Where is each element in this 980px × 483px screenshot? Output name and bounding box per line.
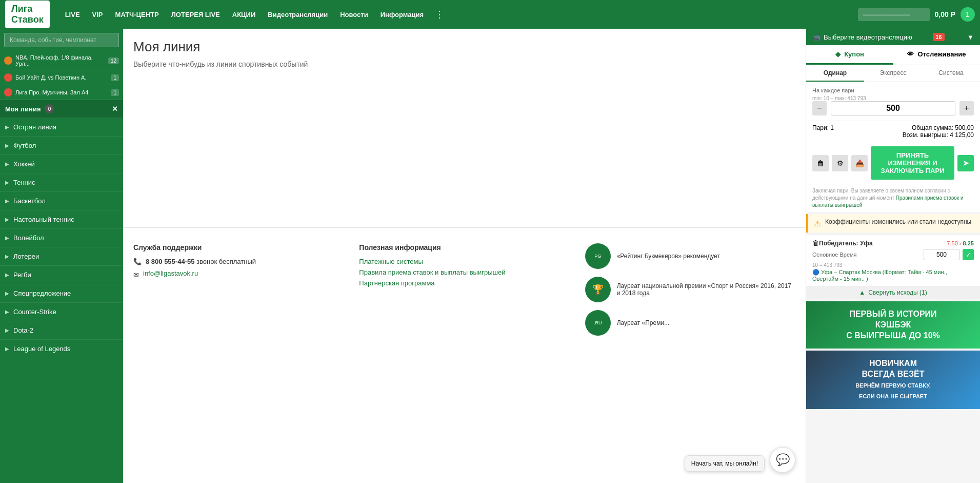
page-title: Моя линия xyxy=(133,39,795,55)
amount-input[interactable] xyxy=(831,101,955,115)
my-line-close-icon[interactable]: ✕ xyxy=(112,105,118,113)
page-subtitle: Выберите что-нибудь из линии спортивных … xyxy=(133,60,795,68)
bet-actions: 🗑 ⚙ 📤 ПРИНЯТЬ ИЗМЕНЕНИЯ И ЗАКЛЮЧИТЬ ПАРИ… xyxy=(806,142,980,184)
award-text-pg: «Рейтинг Букмекеров» рекомендует xyxy=(617,253,720,260)
boxing-icon xyxy=(4,73,12,82)
promo-banner-newcomer[interactable]: НОВИЧКАМВСЕГДА ВЕЗЁТВЕРНЁМ ПЕРВУЮ СТАВКУ… xyxy=(806,351,980,409)
winnings-row: Возм. выигрыш: 4 125,00 xyxy=(903,131,974,139)
bet-type-tabs: Одинар Экспресс Система xyxy=(806,65,980,82)
category-label: Хоккей xyxy=(13,160,35,168)
amount-min-max: min: 10 – max: 413 793 xyxy=(812,95,974,101)
nav-lottery-live[interactable]: ЛОТЕРЕЯ LIVE xyxy=(166,8,225,22)
tab-tracking[interactable]: 👁 Отслеживание xyxy=(893,45,981,65)
sidebar-item-tennis[interactable]: ▶ Теннис xyxy=(0,173,123,192)
event-count: 1 xyxy=(111,74,119,81)
nav-info[interactable]: Информация xyxy=(375,8,429,22)
category-label: Спецпредложение xyxy=(13,289,71,297)
event-count: 1 xyxy=(111,89,119,96)
nav-streams[interactable]: Видеотрансляции xyxy=(263,8,333,22)
sidebar-item-table-tennis[interactable]: ▶ Настольный теннис xyxy=(0,210,123,229)
footer-phone: 8 800 555-44-55 звонок бесплатный xyxy=(146,258,256,265)
tab-coupon[interactable]: ◆ Купон xyxy=(806,45,893,65)
amount-row: − + xyxy=(812,101,974,115)
bet-item-match: 🔵 Уфа – Спартак Москва (Формат: Тайм - 4… xyxy=(812,269,974,282)
my-line-section: Моя линия 0 ✕ xyxy=(0,100,123,118)
nav-more-icon[interactable]: ⋮ xyxy=(431,7,448,22)
nav-match-center[interactable]: МАТЧ-ЦЕНТР xyxy=(110,8,164,22)
chat-bubble[interactable]: 💬 xyxy=(770,447,795,473)
share-button[interactable]: 📤 xyxy=(851,155,868,171)
chevron-icon: ▶ xyxy=(5,217,9,222)
sidebar-item-lotteries[interactable]: ▶ Лотереи xyxy=(0,247,123,266)
nav-promotions[interactable]: АКЦИИ xyxy=(227,8,261,22)
tab-tracking-label: Отслеживание xyxy=(918,50,966,58)
send-bet-button[interactable]: ➤ xyxy=(957,155,974,171)
support-title: Служба поддержки xyxy=(133,243,344,252)
video-count-badge: 16 xyxy=(933,33,944,41)
sidebar-event-boxing[interactable]: Бой Уайт Д. vs Поветкин А. 1 xyxy=(0,70,123,85)
nav-vip[interactable]: VIP xyxy=(87,8,108,22)
sidebar-event-nba[interactable]: NBA. Плей-офф. 1/8 финала. Урл... 12 xyxy=(0,51,123,70)
bet-item-amount-input[interactable] xyxy=(924,249,959,260)
confirm-bet-button[interactable]: ПРИНЯТЬ ИЗМЕНЕНИЯ И ЗАКЛЮЧИТЬ ПАРИ xyxy=(871,146,954,180)
category-label: Настольный теннис xyxy=(13,216,74,223)
settings-button[interactable]: ⚙ xyxy=(832,155,848,171)
nav-live[interactable]: LIVE xyxy=(60,8,85,22)
promo-banner-cashback[interactable]: ПЕРВЫЙ В ИСТОРИИКЭШБЭКС ВЫИГРЫША ДО 10% xyxy=(806,301,980,349)
footer-awards: PG «Рейтинг Букмекеров» рекомендует 🏆 Ла… xyxy=(585,243,795,336)
bet-item-type: Основное Время xyxy=(812,252,921,258)
sidebar-item-volleyball[interactable]: ▶ Волейбол xyxy=(0,229,123,247)
sidebar-item-acute-line[interactable]: ▶ Острая линия xyxy=(0,118,123,137)
collapse-bar[interactable]: ▲ Свернуть исходы (1) xyxy=(806,286,980,299)
bet-type-system[interactable]: Система xyxy=(922,65,980,82)
sidebar-item-rugby[interactable]: ▶ Регби xyxy=(0,266,123,284)
footer-link-payments[interactable]: Платежные системы xyxy=(359,258,569,265)
nav-news[interactable]: Новости xyxy=(335,8,373,22)
chevron-down-icon[interactable]: ▼ xyxy=(967,33,974,41)
category-label: Dota-2 xyxy=(13,326,33,334)
sidebar-item-league-of-legends[interactable]: ▶ League of Legends xyxy=(0,340,123,358)
footer-link-partner[interactable]: Партнерская программа xyxy=(359,279,569,287)
user-icon[interactable]: 1 xyxy=(961,7,975,22)
decrease-amount-button[interactable]: − xyxy=(812,101,827,115)
footer-email[interactable]: info@ligastavok.ru xyxy=(143,269,198,277)
delete-item-button[interactable]: 🗑 xyxy=(812,239,819,247)
bet-type-single[interactable]: Одинар xyxy=(806,65,864,82)
delete-bet-button[interactable]: 🗑 xyxy=(812,155,829,171)
sidebar-item-counter-strike[interactable]: ▶ Counter-Strike xyxy=(0,303,123,321)
winnings-label: Возм. выигрыш: xyxy=(903,131,948,139)
footer-email-item: ✉ info@ligastavok.ru xyxy=(133,269,344,280)
user-account-input[interactable] xyxy=(858,8,930,21)
eye-icon: 👁 xyxy=(907,50,914,58)
bet-item-range: 10 – 413 793 xyxy=(812,262,974,268)
chevron-icon: ▶ xyxy=(5,161,9,167)
sidebar-item-basketball[interactable]: ▶ Баскетбол xyxy=(0,192,123,210)
sidebar-event-table[interactable]: Лига Про. Мужчины. Зал А4 1 xyxy=(0,85,123,100)
bet-summary: Пари: 1 Общая сумма: 500,00 Возм. выигры… xyxy=(806,121,980,142)
sidebar-item-dota2[interactable]: ▶ Dota-2 xyxy=(0,321,123,340)
category-label: Регби xyxy=(13,271,31,279)
phone-icon: 📞 xyxy=(133,258,142,265)
footer-link-rules[interactable]: Правила приема ставок и выплаты выигрыше… xyxy=(359,268,569,276)
sidebar-item-football[interactable]: ▶ Футбол xyxy=(0,137,123,155)
phone-note: звонок бесплатный xyxy=(196,258,256,265)
footer-phone-item: 📞 8 800 555-44-55 звонок бесплатный xyxy=(133,258,344,265)
right-panel: 📹 Выберите видеотрансляцию 16 ▼ ◆ Купон … xyxy=(806,29,980,483)
sidebar-search-container xyxy=(0,29,123,51)
chevron-icon: ▶ xyxy=(5,309,9,315)
bet-amount-section: На каждое пари min: 10 – max: 413 793 − … xyxy=(806,82,980,121)
bet-type-express[interactable]: Экспресс xyxy=(864,65,922,82)
chevron-icon: ▶ xyxy=(5,254,9,259)
winnings-value: 4 125,00 xyxy=(950,131,974,139)
logo[interactable]: ЛигаСтавок xyxy=(5,1,50,28)
chat-tooltip: Начать чат, мы онлайн! xyxy=(685,455,765,472)
sidebar-item-hockey[interactable]: ▶ Хоккей xyxy=(0,155,123,173)
category-label: Counter-Strike xyxy=(13,308,56,316)
category-label: League of Legends xyxy=(13,345,70,353)
chevron-icon: ▶ xyxy=(5,198,9,204)
confirm-item-button[interactable]: ✓ xyxy=(963,249,974,260)
category-label: Баскетбол xyxy=(13,197,46,205)
sidebar-item-special[interactable]: ▶ Спецпредложение xyxy=(0,284,123,303)
search-input[interactable] xyxy=(4,33,119,47)
increase-amount-button[interactable]: + xyxy=(959,101,974,115)
